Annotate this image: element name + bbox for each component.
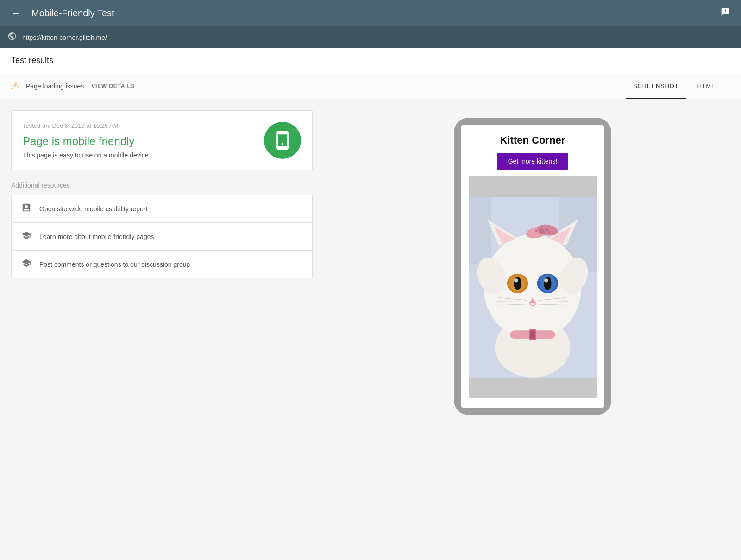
phone-site-title: Kitten Corner: [500, 134, 565, 146]
url-bar: https://kitten-corner.glitch.me/: [0, 26, 741, 48]
svg-rect-2: [469, 197, 491, 264]
svg-point-17: [538, 232, 539, 233]
resource-item-discuss[interactable]: Post comments or questions to our discus…: [12, 251, 312, 278]
content-area: Test results ⚠ Page loading issues VIEW …: [0, 48, 741, 560]
svg-point-27: [544, 278, 548, 282]
feedback-button[interactable]: [717, 4, 734, 23]
two-col-layout: ⚠ Page loading issues VIEW DETAILS Teste…: [0, 73, 741, 560]
globe-icon: [7, 31, 17, 43]
svg-point-23: [514, 278, 518, 282]
screenshot-area: Kitten Corner Get more kittens!: [324, 99, 741, 434]
svg-point-18: [546, 228, 548, 231]
discuss-icon: [21, 258, 32, 271]
resource-learn-text: Learn more about mobile-friendly pages: [39, 233, 154, 240]
view-details-button[interactable]: VIEW DETAILS: [91, 83, 135, 89]
tabs-bar: SCREENSHOT HTML: [324, 73, 741, 99]
mobile-friendly-subtitle: This page is easy to use on a mobile dev…: [23, 151, 253, 159]
test-results-title: Test results: [11, 56, 730, 65]
svg-point-19: [548, 231, 550, 233]
resource-usability-text: Open site-wide mobile usability report: [39, 205, 147, 213]
resource-discuss-text: Post comments or questions to our discus…: [39, 261, 190, 268]
warning-text: Page loading issues: [26, 82, 84, 90]
cat-image: [469, 176, 597, 398]
back-button[interactable]: ←: [7, 4, 24, 22]
resources-card: Open site-wide mobile usability report L…: [11, 195, 313, 278]
additional-resources: Additional resources Open site-wide mobi…: [11, 182, 313, 278]
mobile-friendly-icon: [264, 122, 301, 159]
phone-icon: [272, 130, 293, 151]
svg-point-15: [539, 228, 545, 234]
result-card: Tested on: Dec 6, 2018 at 10:25 AM Page …: [11, 110, 313, 170]
tab-html[interactable]: HTML: [690, 73, 722, 99]
svg-point-22: [514, 277, 521, 290]
usability-icon: [21, 202, 32, 215]
warning-icon: ⚠: [11, 80, 20, 92]
svg-rect-38: [530, 330, 535, 339]
additional-resources-title: Additional resources: [11, 182, 313, 189]
learn-icon: [21, 230, 32, 243]
resource-item-learn[interactable]: Learn more about mobile-friendly pages: [12, 223, 312, 251]
svg-point-16: [535, 230, 538, 233]
phone-screen: Kitten Corner Get more kittens!: [461, 125, 604, 408]
phone-frame: Kitten Corner Get more kittens!: [454, 118, 611, 415]
top-bar: ← Mobile-Friendly Test: [0, 0, 741, 26]
mobile-friendly-title: Page is mobile friendly: [23, 135, 253, 148]
test-results-header: Test results: [0, 48, 741, 73]
left-column: ⚠ Page loading issues VIEW DETAILS Teste…: [0, 73, 324, 560]
right-column: SCREENSHOT HTML Kitten Corner Get more k…: [324, 73, 741, 560]
result-card-text: Tested on: Dec 6, 2018 at 10:25 AM Page …: [23, 122, 253, 159]
warning-bar: ⚠ Page loading issues VIEW DETAILS: [0, 73, 324, 99]
url-text: https://kitten-corner.glitch.me/: [22, 34, 107, 41]
test-date: Tested on: Dec 6, 2018 at 10:25 AM: [23, 122, 253, 129]
tab-screenshot[interactable]: SCREENSHOT: [626, 73, 686, 99]
cat-svg: [469, 176, 597, 398]
resource-item-usability[interactable]: Open site-wide mobile usability report: [12, 195, 312, 223]
phone-screen-content: Kitten Corner Get more kittens!: [461, 125, 604, 408]
svg-point-26: [544, 277, 551, 290]
app-title: Mobile-Friendly Test: [31, 8, 114, 19]
get-kittens-button[interactable]: Get more kittens!: [497, 153, 569, 170]
